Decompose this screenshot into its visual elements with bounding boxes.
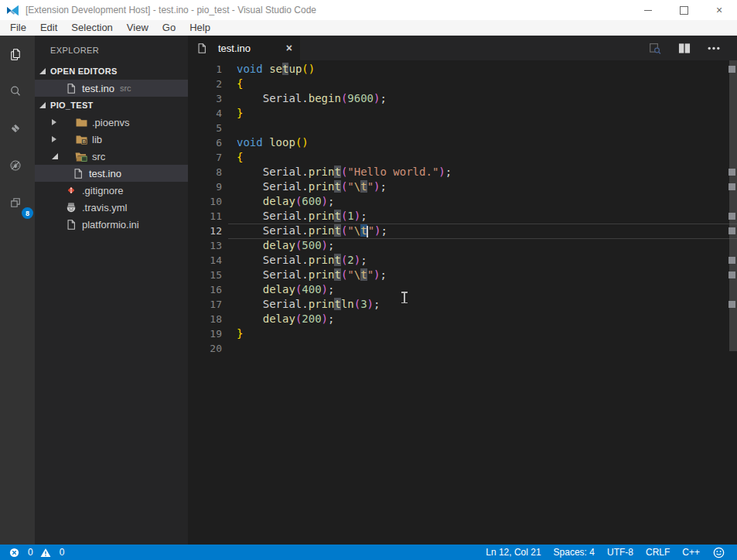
code-line-17[interactable]: 17 Serial.println(3); bbox=[188, 297, 737, 312]
activity-bar: 8 bbox=[0, 36, 35, 545]
more-actions-button[interactable] bbox=[708, 42, 725, 54]
tab-test-ino[interactable]: test.ino × bbox=[188, 36, 300, 60]
code-line-11[interactable]: 11 Serial.print(1); bbox=[188, 209, 737, 224]
code-text: { bbox=[222, 150, 243, 165]
vscode-logo-icon bbox=[6, 4, 19, 17]
overview-ruler-mark bbox=[728, 183, 735, 190]
code-line-1[interactable]: 1void setup() bbox=[188, 62, 737, 77]
code-line-2[interactable]: 2{ bbox=[188, 77, 737, 91]
minimize-button[interactable] bbox=[630, 0, 666, 20]
line-number[interactable]: 11 bbox=[188, 209, 222, 224]
overview-ruler-mark bbox=[728, 169, 735, 176]
line-number[interactable]: 18 bbox=[188, 312, 222, 326]
line-number[interactable]: 12 bbox=[188, 224, 222, 238]
tree-test-ino[interactable]: test.ino bbox=[35, 165, 188, 182]
line-number[interactable]: 9 bbox=[188, 179, 222, 194]
status-eol[interactable]: CRLF bbox=[646, 547, 670, 558]
tree-src[interactable]: src bbox=[35, 148, 188, 165]
line-number[interactable]: 7 bbox=[188, 150, 222, 165]
activitybar-extensions[interactable]: 8 bbox=[0, 184, 35, 221]
code-line-14[interactable]: 14 Serial.print(2); bbox=[188, 253, 737, 268]
line-number[interactable]: 8 bbox=[188, 165, 222, 179]
activitybar-debug[interactable] bbox=[0, 147, 35, 184]
tree-gitignore[interactable]: .gitignore bbox=[35, 182, 188, 199]
line-number[interactable]: 5 bbox=[188, 121, 222, 135]
open-editors-header[interactable]: OPEN EDITORS bbox=[35, 63, 188, 80]
gitignore-icon bbox=[65, 184, 77, 196]
explorer-sidebar: EXPLORER OPEN EDITORStest.inosrcPIO_TEST… bbox=[35, 36, 188, 545]
line-number[interactable]: 16 bbox=[188, 282, 222, 297]
open-editor-test-ino[interactable]: test.inosrc bbox=[35, 80, 188, 97]
status-language-mode[interactable]: C++ bbox=[682, 547, 700, 558]
activitybar-search[interactable] bbox=[0, 73, 35, 110]
status-warnings[interactable]: 0 bbox=[39, 546, 65, 558]
code-line-15[interactable]: 15 Serial.print("\t"); bbox=[188, 268, 737, 282]
activitybar-source-control[interactable] bbox=[0, 110, 35, 147]
smiley-icon bbox=[712, 546, 725, 558]
status-indentation[interactable]: Spaces: 4 bbox=[554, 547, 595, 558]
code-line-9[interactable]: 9 Serial.print("\t"); bbox=[188, 179, 737, 194]
line-number[interactable]: 13 bbox=[188, 238, 222, 253]
line-number[interactable]: 10 bbox=[188, 194, 222, 209]
tree-travis-yml[interactable]: .travis.yml bbox=[35, 199, 188, 216]
code-editor[interactable]: 1void setup()2{3 Serial.begin(9600);4}56… bbox=[188, 60, 737, 545]
line-number[interactable]: 4 bbox=[188, 106, 222, 121]
line-number[interactable]: 14 bbox=[188, 253, 222, 268]
status-bar: 00 Ln 12, Col 21Spaces: 4UTF-8CRLFC++ bbox=[0, 545, 737, 560]
maximize-button[interactable] bbox=[666, 0, 701, 20]
status-encoding[interactable]: UTF-8 bbox=[607, 547, 633, 558]
tab-bar: test.ino × bbox=[188, 36, 737, 60]
line-number[interactable]: 19 bbox=[188, 326, 222, 341]
twisty-collapsed-icon bbox=[52, 119, 56, 125]
status-errors[interactable]: 0 bbox=[8, 546, 33, 558]
menu-bar: FileEditSelectionViewGoHelp bbox=[0, 20, 737, 36]
line-number[interactable]: 20 bbox=[188, 341, 222, 356]
menu-file[interactable]: File bbox=[3, 20, 33, 36]
folder-open-icon bbox=[75, 150, 87, 162]
project-header[interactable]: PIO_TEST bbox=[35, 97, 188, 114]
overview-ruler-mark bbox=[728, 227, 735, 234]
code-line-13[interactable]: 13 delay(500); bbox=[188, 238, 737, 253]
status-feedback[interactable] bbox=[712, 546, 729, 558]
line-number[interactable]: 6 bbox=[188, 135, 222, 150]
code-line-4[interactable]: 4} bbox=[188, 106, 737, 121]
code-line-10[interactable]: 10 delay(600); bbox=[188, 194, 737, 209]
code-line-3[interactable]: 3 Serial.begin(9600); bbox=[188, 91, 737, 106]
tree-pioenvs[interactable]: .pioenvs bbox=[35, 114, 188, 131]
extensions-icon bbox=[9, 196, 22, 209]
menu-selection[interactable]: Selection bbox=[64, 20, 119, 36]
code-line-16[interactable]: 16 delay(400); bbox=[188, 282, 737, 297]
tree-lib[interactable]: Blib bbox=[35, 131, 188, 148]
close-button[interactable]: × bbox=[701, 0, 737, 20]
split-editor-button[interactable] bbox=[678, 42, 695, 54]
menu-edit[interactable]: Edit bbox=[33, 20, 64, 36]
code-text: Serial.print("\t"); bbox=[222, 224, 387, 238]
code-line-8[interactable]: 8 Serial.print("Hello world."); bbox=[188, 165, 737, 179]
code-line-7[interactable]: 7{ bbox=[188, 150, 737, 165]
travis-icon bbox=[65, 201, 77, 213]
line-number[interactable]: 1 bbox=[188, 62, 222, 77]
status-cursor-position[interactable]: Ln 12, Col 21 bbox=[486, 547, 541, 558]
status-left: 00 bbox=[8, 546, 64, 558]
code-line-5[interactable]: 5 bbox=[188, 121, 737, 135]
activitybar-explorer[interactable] bbox=[0, 36, 35, 73]
code-line-19[interactable]: 19} bbox=[188, 326, 737, 341]
code-line-6[interactable]: 6void loop() bbox=[188, 135, 737, 150]
code-line-20[interactable]: 20 bbox=[188, 341, 737, 356]
menu-help[interactable]: Help bbox=[183, 20, 217, 36]
menu-go[interactable]: Go bbox=[155, 20, 183, 36]
menu-view[interactable]: View bbox=[120, 20, 155, 36]
window-title: [Extension Development Host] - test.ino … bbox=[26, 5, 316, 15]
tab-close-icon[interactable]: × bbox=[286, 43, 292, 53]
tab-label: test.ino bbox=[218, 43, 251, 54]
open-preview-button[interactable] bbox=[649, 42, 666, 54]
code-line-12[interactable]: 12 Serial.print("\t"); bbox=[188, 224, 737, 238]
line-number[interactable]: 17 bbox=[188, 297, 222, 312]
title-bar: [Extension Development Host] - test.ino … bbox=[0, 0, 737, 20]
files-icon bbox=[9, 48, 22, 60]
line-number[interactable]: 2 bbox=[188, 77, 222, 91]
line-number[interactable]: 15 bbox=[188, 268, 222, 282]
tree-platformio-ini[interactable]: platformio.ini bbox=[35, 216, 188, 233]
line-number[interactable]: 3 bbox=[188, 91, 222, 106]
code-line-18[interactable]: 18 delay(200); bbox=[188, 312, 737, 326]
